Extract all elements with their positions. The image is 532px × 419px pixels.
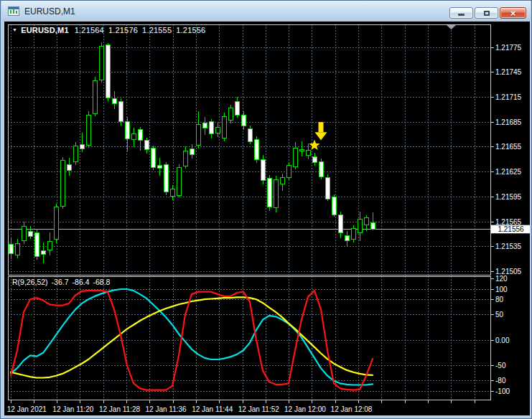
time-axis-label: 12 Jan 12:08: [331, 405, 373, 413]
candle: [151, 146, 156, 171]
time-axis-label: 12 Jan 2021: [7, 405, 47, 413]
indicator-axis-label: 50: [495, 311, 504, 319]
indicator-axis-label: 80: [495, 296, 504, 303]
candle: [87, 111, 91, 148]
candle: [100, 42, 104, 83]
price-axis-label: 1.21685: [495, 118, 522, 126]
indicator-axis-label: -100: [495, 387, 510, 395]
price-axis-label: 1.21715: [495, 93, 522, 101]
candle: [35, 229, 39, 260]
indicator-value-1: -36.7: [52, 278, 69, 286]
window-controls: ×: [448, 7, 526, 19]
indicator-axis-label: -50: [495, 362, 506, 369]
chart-header: ▼EURUSD,M11.215641.215761.215551.21556: [12, 26, 210, 34]
time-axis-label: 12 Jan 12:00: [284, 405, 326, 413]
restore-icon: [484, 11, 490, 16]
indicator-value-2: -86.4: [73, 278, 90, 286]
minimize-button[interactable]: [449, 7, 473, 19]
candle: [274, 176, 279, 212]
close-button[interactable]: ×: [500, 7, 526, 19]
icon-candle: [16, 11, 17, 14]
price-axis-label: 1.21655: [495, 143, 522, 151]
candle: [55, 204, 59, 244]
ohlc-close: 1.21556: [176, 26, 205, 34]
indicator-axis-label: 0.00: [495, 336, 510, 344]
ohlc-high: 1.21576: [108, 26, 138, 34]
price-axis-label: 1.21595: [495, 193, 522, 201]
candle: [261, 155, 266, 184]
candle: [177, 164, 182, 197]
candle: [326, 174, 330, 201]
indicator-label: R(9,26,52)-36.7-86.4-68.8: [12, 278, 113, 286]
chart-canvas[interactable]: 1.217751.217451.217151.216851.216551.216…: [4, 22, 530, 415]
price-axis-label: 1.21775: [495, 44, 522, 52]
icon-candle: [13, 9, 14, 14]
indicator-axis-label: 120: [495, 275, 508, 283]
candle: [119, 98, 123, 126]
time-axis-label: 12 Jan 11:52: [238, 405, 280, 413]
time-axis-label: 12 Jan 11:20: [52, 405, 94, 413]
icon-candle: [10, 10, 11, 14]
indicator-axis-label: 100: [495, 286, 508, 293]
window-title: EURUSD,M1: [24, 6, 75, 17]
time-axis-label: 12 Jan 11:44: [192, 405, 233, 413]
candle: [93, 77, 98, 117]
candle: [223, 113, 227, 141]
candle: [164, 162, 169, 195]
indicator-name: R(9,26,52): [12, 278, 48, 286]
candle: [319, 159, 324, 179]
chart-window-icon: [8, 6, 19, 16]
candle: [255, 136, 259, 163]
minimize-icon: [458, 14, 465, 16]
indicator-axis-label: -80: [495, 377, 506, 385]
title-bar[interactable]: EURUSD,M1 ×: [1, 1, 531, 22]
close-icon: ×: [510, 9, 516, 18]
price-axis-label: 1.21745: [495, 68, 522, 76]
chart-area[interactable]: 1.217751.217451.217151.216851.216551.216…: [4, 22, 530, 415]
mt4-chart-window: EURUSD,M1 × 1.217751.217451.217151.21685…: [0, 0, 532, 419]
indicator-value-3: -68.8: [93, 278, 110, 286]
ohlc-low: 1.21555: [142, 26, 172, 34]
ohlc-open: 1.21564: [75, 26, 104, 34]
candle: [61, 157, 65, 209]
time-axis-label: 12 Jan 11:28: [99, 405, 141, 413]
candle: [268, 175, 272, 211]
price-axis-label: 1.21625: [495, 168, 522, 176]
time-axis-label: 12 Jan 11:36: [146, 405, 187, 413]
chevron-down-icon[interactable]: ▼: [12, 27, 17, 32]
candle: [106, 43, 111, 101]
restore-button[interactable]: [475, 7, 498, 19]
bid-price-label: 1.21556: [498, 225, 524, 233]
price-axis-label: 1.21565: [495, 218, 522, 226]
chart-symbol-period: EURUSD,M1: [21, 26, 69, 34]
price-axis-label: 1.21535: [495, 243, 522, 250]
candle: [332, 194, 337, 217]
